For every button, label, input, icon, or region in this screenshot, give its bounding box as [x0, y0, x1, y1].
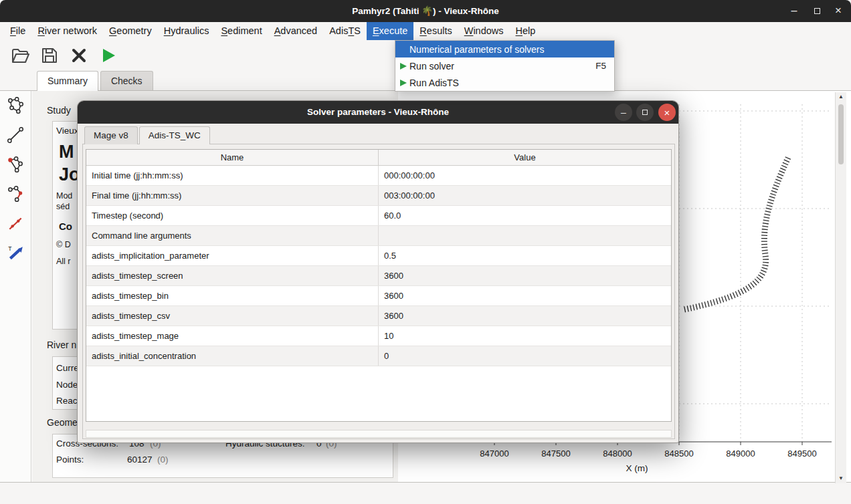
- stat-points-value: 60127: [127, 455, 153, 465]
- window-maximize-button[interactable]: [806, 0, 828, 22]
- scrollbar-thumb[interactable]: [838, 104, 844, 164]
- save-icon: [41, 47, 58, 64]
- dialog-close-button[interactable]: ×: [658, 104, 676, 121]
- edge-select-tool[interactable]: [0, 179, 31, 209]
- menu-river-network[interactable]: River network: [31, 22, 103, 40]
- column-header-value[interactable]: Value: [379, 150, 671, 165]
- x-tick-2: 848000: [594, 449, 641, 459]
- menu-item-run-solver[interactable]: Run solver F5: [395, 57, 614, 74]
- study-copyright-fragment: © D: [56, 240, 71, 249]
- table-row[interactable]: adists_timestep_mage 10: [86, 326, 671, 346]
- scroll-down-button[interactable]: ▼: [836, 474, 846, 483]
- menu-sediment[interactable]: Sediment: [215, 22, 268, 40]
- hydrograph-tool[interactable]: [0, 209, 31, 238]
- column-header-name[interactable]: Name: [86, 150, 379, 165]
- table-row[interactable]: adists_timestep_bin 3600: [86, 286, 671, 306]
- menubar: File River network Geometry Hydraulics S…: [0, 22, 851, 40]
- table-row[interactable]: adists_implicitation_parameter 0.5: [86, 246, 671, 266]
- menu-item-run-adists[interactable]: Run AdisTS: [395, 74, 614, 91]
- tab-mage-v8[interactable]: Mage v8: [84, 126, 138, 144]
- table-row[interactable]: Initial time (jj:hh:mm:ss) 000:00:00:00: [86, 166, 671, 186]
- x-tick-1: 847500: [533, 449, 579, 459]
- table-row[interactable]: adists_initial_concentration 0: [86, 346, 671, 366]
- tab-adis-ts-wc[interactable]: Adis-TS_WC: [139, 126, 210, 144]
- menu-file[interactable]: File: [4, 22, 31, 40]
- tab-checks[interactable]: Checks: [100, 71, 153, 90]
- translation-tool[interactable]: T: [0, 238, 31, 267]
- scroll-up-button[interactable]: ▲: [836, 92, 846, 102]
- menu-execute[interactable]: Execute: [367, 22, 413, 40]
- window-titlebar[interactable]: Pamhyr2 (Tahiti 🌴) - Vieux-Rhône – ×: [0, 0, 851, 22]
- dialog-minimize-button[interactable]: –: [615, 104, 632, 121]
- solver-parameters-dialog: Solver parameters - Vieux-Rhône – × Mage…: [77, 100, 679, 443]
- close-x-icon: [72, 48, 86, 63]
- close-icon: ×: [835, 4, 842, 17]
- edge-selected-icon: [7, 185, 24, 203]
- stat-points-extra: (0): [157, 455, 169, 465]
- run-solver-button[interactable]: [96, 43, 120, 68]
- stat-points-label: Points:: [56, 455, 84, 465]
- table-row[interactable]: Timestep (second) 60.0: [86, 206, 671, 226]
- minimize-icon: –: [791, 5, 797, 16]
- study-group-label: Study: [47, 105, 71, 116]
- minimize-icon: –: [621, 107, 626, 118]
- river-row-nodes: Node: [56, 380, 78, 390]
- node-select-tool[interactable]: [0, 150, 31, 179]
- study-big-fragment-1: M: [59, 142, 74, 162]
- open-button[interactable]: [8, 43, 32, 68]
- dialog-bottom-strip: [86, 430, 672, 438]
- window-title: Pamhyr2 (Tahiti 🌴) - Vieux-Rhône: [0, 0, 851, 22]
- menu-hydraulics[interactable]: Hydraulics: [158, 22, 215, 40]
- geometry-group-label: Geome: [47, 417, 78, 428]
- menu-geometry[interactable]: Geometry: [103, 22, 158, 40]
- shortcut-f5: F5: [595, 61, 606, 71]
- menu-item-numerical-parameters[interactable]: Numerical parameters of solvers: [395, 41, 614, 57]
- window-minimize-button[interactable]: –: [783, 0, 806, 22]
- table-body: Initial time (jj:hh:mm:ss) 000:00:00:00 …: [86, 166, 671, 366]
- table-row[interactable]: Final time (jj:hh:mm:ss) 003:00:00:00: [86, 186, 671, 206]
- dialog-tabs: Mage v8 Adis-TS_WC: [84, 126, 211, 144]
- table-row[interactable]: Command line arguments: [86, 226, 671, 246]
- save-button[interactable]: [37, 43, 62, 68]
- menu-advanced[interactable]: Advanced: [268, 22, 324, 40]
- parameters-table: Name Value Initial time (jj:hh:mm:ss) 00…: [86, 149, 672, 422]
- maximize-icon: [642, 110, 648, 115]
- play-icon: [399, 62, 407, 70]
- document-tabs: Summary Checks: [37, 71, 153, 91]
- study-subhead-fragment: Co: [59, 221, 72, 232]
- x-tick-5: 849500: [779, 449, 826, 459]
- side-toolbar: T: [0, 91, 31, 482]
- study-desc-fragment-1: Mod: [56, 191, 72, 201]
- river-group-label: River n: [47, 340, 76, 350]
- close-study-button[interactable]: [67, 43, 91, 68]
- study-name-fragment: Vieux: [56, 126, 79, 136]
- table-row[interactable]: adists_timestep_csv 3600: [86, 306, 671, 326]
- x-tick-0: 847000: [471, 449, 518, 459]
- study-desc-fragment-2: séd: [56, 202, 70, 211]
- play-icon: [399, 79, 407, 87]
- svg-text:T: T: [8, 245, 12, 252]
- window-close-button[interactable]: ×: [827, 0, 850, 22]
- river-row-current: Curre: [56, 363, 79, 373]
- table-header: Name Value: [86, 150, 671, 166]
- reach-profile-tool[interactable]: [0, 120, 31, 150]
- open-folder-icon: [11, 48, 29, 64]
- dialog-title: Solver parameters - Vieux-Rhône: [78, 101, 678, 124]
- tab-summary[interactable]: Summary: [37, 71, 98, 91]
- node-selected-icon: [7, 156, 24, 173]
- close-icon: ×: [664, 107, 670, 118]
- menu-help[interactable]: Help: [510, 22, 542, 40]
- river-network-icon: [7, 97, 24, 114]
- river-network-tool[interactable]: [0, 91, 31, 120]
- table-row[interactable]: adists_timestep_screen 3600: [86, 266, 671, 286]
- x-tick-4: 849000: [717, 449, 764, 459]
- dialog-maximize-button[interactable]: [636, 104, 654, 121]
- river-channel-path: [684, 158, 788, 309]
- menu-windows[interactable]: Windows: [458, 22, 510, 40]
- vertical-scrollbar[interactable]: ▲ ▼: [835, 92, 846, 483]
- dialog-titlebar[interactable]: Solver parameters - Vieux-Rhône – ×: [78, 101, 678, 124]
- translation-icon: T: [7, 244, 24, 261]
- menu-adists[interactable]: AdisTS: [323, 22, 367, 40]
- menu-results[interactable]: Results: [413, 22, 458, 40]
- river-row-reaches: Reac: [56, 396, 78, 406]
